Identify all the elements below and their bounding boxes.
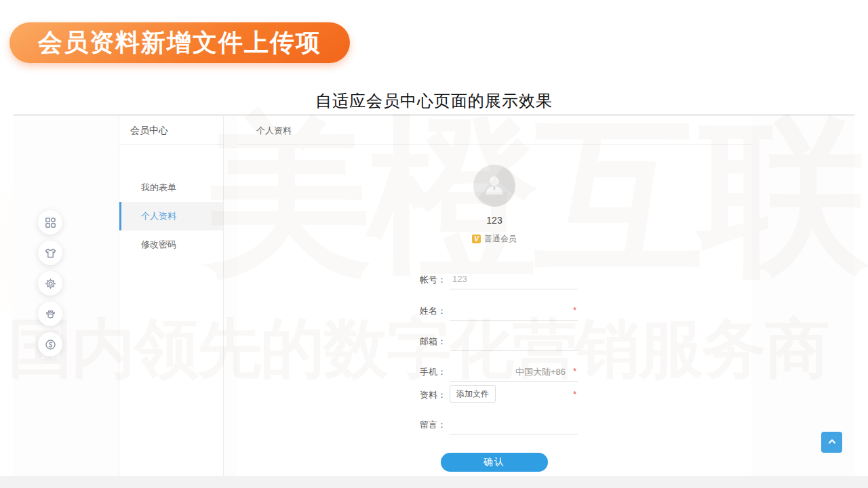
sidebar-item-my-forms[interactable]: 我的表单: [119, 174, 223, 202]
form-row-message: 留言：: [415, 417, 578, 434]
person-icon: [481, 171, 508, 201]
form-row-name: 姓名： *: [415, 303, 578, 321]
level-label: 普通会员: [484, 233, 517, 245]
phone-region-prefix: 中国大陆+86: [515, 366, 566, 378]
account-input[interactable]: 123: [450, 272, 578, 289]
profile-panel: 个人资料 123 V 普通会员: [237, 116, 751, 476]
member-level-badge: V 普通会员: [237, 233, 751, 245]
member-sidebar: 会员中心 我的表单 个人资料 修改密码: [119, 116, 224, 476]
phone-label: 手机：: [415, 364, 446, 382]
account-value: 123: [452, 274, 467, 284]
email-label: 邮箱：: [415, 333, 446, 351]
link-circle-icon[interactable]: [38, 332, 62, 357]
add-file-button[interactable]: 添加文件: [450, 385, 496, 403]
form-row-account: 帐号： 123: [415, 272, 578, 289]
level-v-icon: V: [472, 235, 481, 243]
form-row-file: 资料： 添加文件 *: [415, 387, 578, 405]
form-row-phone: 手机： 中国大陆+86 *: [415, 364, 578, 382]
message-label: 留言：: [415, 417, 446, 434]
phone-input[interactable]: 中国大陆+86 *: [450, 364, 578, 382]
paw-icon[interactable]: [38, 302, 62, 326]
slide-page: 会员资料新增文件上传项 自适应会员中心页面的展示效果 会员中心 我的表单 个人资…: [0, 0, 868, 488]
avatar: [473, 165, 515, 207]
chevron-up-icon: [826, 435, 838, 450]
message-input[interactable]: [450, 417, 578, 434]
profile-summary: 123 V 普通会员: [237, 165, 751, 245]
file-control: 添加文件 *: [450, 387, 578, 405]
name-label: 姓名：: [415, 303, 446, 321]
sidebar-item-change-password[interactable]: 修改密码: [119, 230, 223, 259]
sidebar-title: 会员中心: [119, 116, 223, 145]
file-label: 资料：: [415, 387, 446, 405]
sidebar-item-profile[interactable]: 个人资料: [119, 202, 223, 230]
tshirt-icon[interactable]: [38, 241, 62, 265]
phone-required-mark: *: [573, 366, 576, 376]
email-input[interactable]: [450, 333, 578, 351]
confirm-button[interactable]: 确认: [441, 453, 548, 472]
apps-grid-icon[interactable]: [38, 210, 62, 235]
member-center-screenshot: 会员中心 我的表单 个人资料 修改密码 个人资料: [14, 114, 854, 476]
page-bottom-strip: [0, 476, 868, 488]
file-required-mark: *: [573, 389, 576, 399]
gear-icon[interactable]: [38, 271, 62, 296]
slide-title-badge: 会员资料新增文件上传项: [9, 22, 350, 63]
account-label: 帐号：: [415, 272, 446, 289]
name-required-mark: *: [573, 305, 576, 315]
username: 123: [237, 215, 751, 226]
form-row-email: 邮箱：: [415, 333, 578, 351]
slide-subtitle: 自适应会员中心页面的展示效果: [0, 90, 868, 112]
profile-panel-title: 个人资料: [237, 116, 751, 145]
back-to-top-button[interactable]: [821, 432, 842, 453]
sidebar-menu: 我的表单 个人资料 修改密码: [119, 145, 223, 259]
name-input[interactable]: *: [450, 303, 578, 321]
